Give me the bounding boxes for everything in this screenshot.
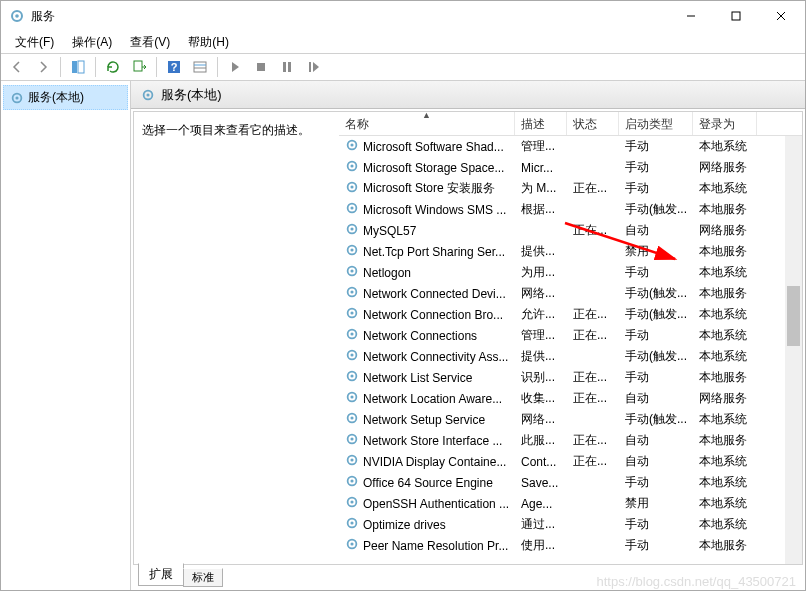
gear-icon [345,327,359,344]
tab-extended[interactable]: 扩展 [138,563,184,586]
col-logon[interactable]: 登录为 [693,112,757,135]
svg-rect-17 [309,62,311,72]
svg-rect-3 [732,12,740,20]
table-row[interactable]: Net.Tcp Port Sharing Ser...提供...禁用本地服务 [339,241,802,262]
tree-node-services-local[interactable]: 服务(本地) [3,85,128,110]
export-list-button[interactable] [127,55,151,79]
gear-icon [345,411,359,428]
cell-status: 正在... [567,222,619,239]
pause-service-button[interactable] [275,55,299,79]
cell-desc: Age... [515,497,567,511]
vertical-scrollbar[interactable] [785,136,802,564]
scrollbar-thumb[interactable] [787,286,800,346]
gear-icon [345,180,359,197]
gear-icon [345,138,359,155]
minimize-button[interactable] [668,1,713,31]
gear-icon [345,495,359,512]
cell-status: 正在... [567,369,619,386]
restart-service-button[interactable] [301,55,325,79]
service-name: Net.Tcp Port Sharing Ser... [363,245,505,259]
cell-startup: 手动 [619,474,693,491]
table-row[interactable]: Network Connections管理...正在...手动本地系统 [339,325,802,346]
gear-icon [345,348,359,365]
menu-file[interactable]: 文件(F) [7,32,62,53]
svg-point-29 [350,206,353,209]
cell-name: Office 64 Source Engine [339,474,515,491]
menu-view[interactable]: 查看(V) [122,32,178,53]
service-list: 名称▲ 描述 状态 启动类型 登录为 Microsoft Software Sh… [339,112,802,564]
cell-startup: 手动 [619,138,693,155]
service-rows[interactable]: Microsoft Software Shad...管理...手动本地系统Mic… [339,136,802,564]
table-row[interactable]: Network Setup Service网络...手动(触发...本地系统 [339,409,802,430]
cell-logon: 网络服务 [693,159,757,176]
col-name[interactable]: 名称▲ [339,112,515,135]
service-name: Microsoft Windows SMS ... [363,203,506,217]
gear-icon [345,390,359,407]
cell-logon: 网络服务 [693,222,757,239]
table-row[interactable]: Microsoft Software Shad...管理...手动本地系统 [339,136,802,157]
gear-icon [345,453,359,470]
gear-icon [345,222,359,239]
table-row[interactable]: Microsoft Storage Space...Micr...手动网络服务 [339,157,802,178]
table-row[interactable]: Network Connected Devi...网络...手动(触发...本地… [339,283,802,304]
cell-name: Microsoft Store 安装服务 [339,180,515,197]
cell-name: Network Connectivity Ass... [339,348,515,365]
cell-startup: 手动 [619,180,693,197]
cell-name: Network Location Aware... [339,390,515,407]
nav-forward-button[interactable] [31,55,55,79]
service-name: Network Setup Service [363,413,485,427]
table-row[interactable]: Optimize drives通过...手动本地系统 [339,514,802,535]
col-description[interactable]: 描述 [515,112,567,135]
col-status[interactable]: 状态 [567,112,619,135]
menu-action[interactable]: 操作(A) [64,32,120,53]
cell-name: Network Connection Bro... [339,306,515,323]
tree-node-label: 服务(本地) [28,89,84,106]
menu-help[interactable]: 帮助(H) [180,32,237,53]
service-name: Optimize drives [363,518,446,532]
toolbar-separator [156,57,157,77]
close-button[interactable] [758,1,803,31]
cell-status: 正在... [567,432,619,449]
table-row[interactable]: Netlogon为用...手动本地系统 [339,262,802,283]
svg-point-53 [350,458,353,461]
table-row[interactable]: Office 64 Source EngineSave...手动本地系统 [339,472,802,493]
col-startup[interactable]: 启动类型 [619,112,693,135]
stop-service-button[interactable] [249,55,273,79]
table-row[interactable]: Network List Service识别...正在...手动本地服务 [339,367,802,388]
help-button[interactable]: ? [162,55,186,79]
table-row[interactable]: MySQL57正在...自动网络服务 [339,220,802,241]
svg-point-27 [350,185,353,188]
svg-point-59 [350,521,353,524]
svg-point-51 [350,437,353,440]
refresh-button[interactable] [101,55,125,79]
maximize-button[interactable] [713,1,758,31]
tab-standard[interactable]: 标准 [183,568,223,587]
cell-desc: 网络... [515,285,567,302]
table-row[interactable]: Network Location Aware...收集...正在...自动网络服… [339,388,802,409]
cell-logon: 本地系统 [693,348,757,365]
svg-point-23 [350,143,353,146]
cell-name: OpenSSH Authentication ... [339,495,515,512]
table-row[interactable]: Network Connectivity Ass...提供...手动(触发...… [339,346,802,367]
service-name: Microsoft Software Shad... [363,140,504,154]
svg-text:?: ? [171,61,178,73]
table-row[interactable]: Microsoft Store 安装服务为 M...正在...手动本地系统 [339,178,802,199]
show-hide-tree-button[interactable] [66,55,90,79]
table-row[interactable]: Network Store Interface ...此服...正在...自动本… [339,430,802,451]
table-row[interactable]: Peer Name Resolution Pr...使用...手动本地服务 [339,535,802,556]
svg-point-31 [350,227,353,230]
toolbar-separator [217,57,218,77]
start-service-button[interactable] [223,55,247,79]
svg-point-57 [350,500,353,503]
window-title: 服务 [31,8,668,25]
cell-desc: 收集... [515,390,567,407]
nav-back-button[interactable] [5,55,29,79]
table-row[interactable]: NVIDIA Display Containe...Cont...正在...自动… [339,451,802,472]
cell-name: NVIDIA Display Containe... [339,453,515,470]
cell-name: Network Connected Devi... [339,285,515,302]
table-row[interactable]: OpenSSH Authentication ...Age...禁用本地系统 [339,493,802,514]
cell-startup: 手动 [619,327,693,344]
table-row[interactable]: Microsoft Windows SMS ...根据...手动(触发...本地… [339,199,802,220]
properties-button[interactable] [188,55,212,79]
table-row[interactable]: Network Connection Bro...允许...正在...手动(触发… [339,304,802,325]
